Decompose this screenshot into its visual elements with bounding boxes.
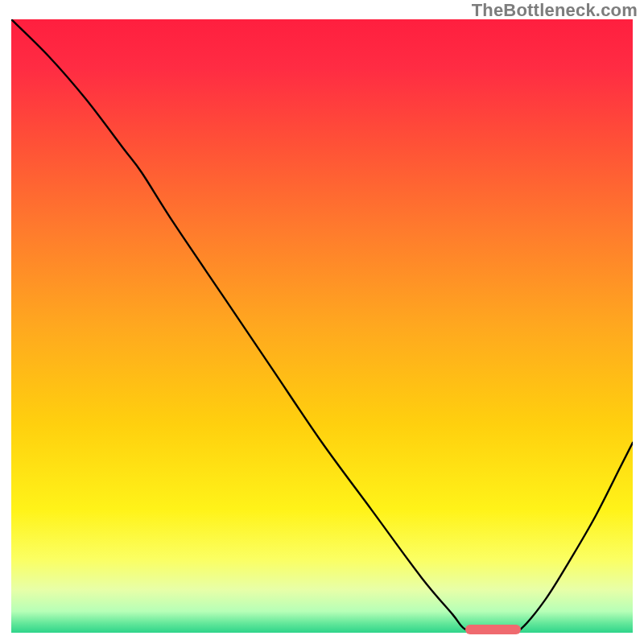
watermark-text: TheBottleneck.com [472, 0, 638, 21]
minimum-marker [465, 625, 522, 634]
chart-stage: TheBottleneck.com [0, 0, 644, 644]
plot-area [11, 19, 633, 633]
curve-layer [11, 19, 633, 633]
bottleneck-curve [11, 19, 633, 633]
